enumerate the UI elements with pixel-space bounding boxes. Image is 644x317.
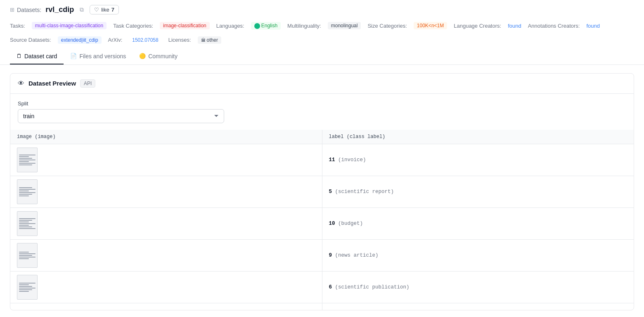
tab-dataset-card[interactable]: 🗒 Dataset card (10, 49, 64, 64)
label-cell: 5 (scientific report) (322, 176, 634, 207)
label-cell: 6 (scientific publication) (322, 271, 634, 303)
label-cell: 10 (budget) (322, 207, 634, 239)
language-creators-label: Language Creators: (454, 23, 501, 29)
size-categories-label: Size Categories: (367, 23, 407, 29)
task-tag[interactable]: multi-class-image-classification (32, 22, 107, 29)
image-cell (10, 207, 322, 239)
eye-icon: 👁 (18, 80, 24, 87)
table-row: 9 (news article) (10, 239, 634, 271)
meta-row-1: Tasks: multi-class-image-classification … (10, 19, 634, 33)
task-categories-label: Task Categories: (113, 23, 153, 29)
multilinguality-tag[interactable]: monolingual (328, 22, 361, 29)
image-cell (10, 239, 322, 271)
dataset-title: rvl_cdip (45, 5, 74, 14)
arxiv-link[interactable]: 1502.07058 (129, 36, 161, 44)
tabs-row: 🗒 Dataset card 📄 Files and versions 🟡 Co… (10, 49, 634, 64)
community-icon: 🟡 (139, 53, 146, 59)
like-button[interactable]: ♡ like 7 (90, 5, 119, 14)
tab-files-versions[interactable]: 📄 Files and versions (64, 49, 133, 64)
task-categories-tag[interactable]: image-classification (160, 22, 210, 29)
arxiv-label: ArXiv: (108, 37, 123, 43)
source-datasets-label: Source Datasets: (10, 37, 51, 43)
tasks-label: Tasks: (10, 23, 25, 29)
label-cell (322, 303, 634, 310)
multilinguality-label: Multilinguality: (287, 23, 321, 29)
table-row: 11 (invoice) (10, 144, 634, 176)
table-row: 10 (budget) (10, 207, 634, 239)
grid-icon: ⊞ (10, 7, 14, 13)
image-cell (10, 271, 322, 303)
meta-row-2: Source Datasets: extended|iit_cdip ArXiv… (10, 33, 634, 47)
globe-icon (254, 23, 260, 29)
card-header: 👁 Dataset Preview API (10, 74, 634, 94)
language-tag[interactable]: English (251, 22, 281, 30)
image-cell (10, 176, 322, 207)
copy-button[interactable]: ⧉ (78, 5, 85, 14)
col-header-image: image (image) (10, 130, 322, 144)
image-cell (10, 144, 322, 176)
image-cell (10, 303, 322, 310)
annotations-creators-found[interactable]: found (586, 23, 600, 29)
card-title: Dataset Preview (28, 80, 76, 87)
language-creators-found[interactable]: found (508, 23, 521, 29)
annotations-creators-label: Annotations Creators: (528, 23, 580, 29)
split-label: Split (18, 100, 626, 107)
col-header-label: label (class label) (322, 130, 634, 144)
card-icon: 🗒 (17, 53, 22, 59)
languages-label: Languages: (216, 23, 244, 29)
split-select[interactable]: train (18, 109, 224, 123)
data-table: image (image) label (class label) 11 (in… (10, 130, 634, 310)
label-cell: 9 (news article) (322, 239, 634, 271)
heart-icon: ♡ (94, 7, 99, 13)
api-button[interactable]: API (80, 79, 95, 88)
table-row (10, 303, 634, 310)
source-datasets-tag[interactable]: extended|iit_cdip (58, 36, 102, 44)
dataset-preview-card: 👁 Dataset Preview API Split train image … (10, 73, 634, 310)
license-icon: 🏛 (201, 38, 206, 43)
licenses-label: Licenses: (168, 37, 191, 43)
table-row: 5 (scientific report) (10, 176, 634, 207)
files-icon: 📄 (70, 53, 77, 59)
card-body: Split train (10, 94, 634, 130)
licenses-tag: 🏛other (198, 36, 221, 44)
table-row: 6 (scientific publication) (10, 271, 634, 303)
size-tag[interactable]: 100K<n<1M (414, 22, 447, 29)
label-cell: 11 (invoice) (322, 144, 634, 176)
tab-community[interactable]: 🟡 Community (133, 49, 184, 64)
datasets-breadcrumb: ⊞ Datasets: (10, 7, 41, 13)
